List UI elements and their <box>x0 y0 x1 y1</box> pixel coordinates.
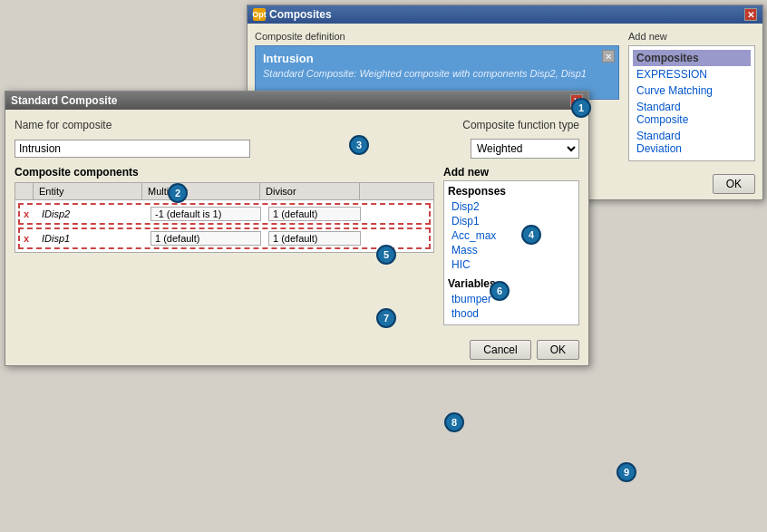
composites-titlebar: Opt Composites ✕ <box>248 5 762 24</box>
annotation-1: 1 <box>571 98 591 118</box>
composite-name-input[interactable] <box>15 140 250 158</box>
add-new-list: Composites EXPRESSION Curve Matching Sta… <box>628 45 755 161</box>
annotation-2: 2 <box>168 183 188 203</box>
response-disp1[interactable]: Disp1 <box>448 214 575 228</box>
col-header-divisor: Divisor <box>260 183 360 199</box>
cancel-button[interactable]: Cancel <box>470 340 530 360</box>
standard-footer: Cancel OK <box>5 334 588 365</box>
add-new-standard-deviation[interactable]: StandardDeviation <box>633 128 751 157</box>
responses-label: Responses <box>448 185 575 198</box>
composites-close-button[interactable]: ✕ <box>744 8 757 21</box>
response-mass[interactable]: Mass <box>448 243 575 257</box>
annotation-8: 8 <box>444 412 464 432</box>
table-row: x IDisp2 <box>18 203 431 225</box>
name-row: Name for composite Composite function ty… <box>15 119 579 131</box>
entity-cell-2: IDisp1 <box>38 229 147 247</box>
ok-button[interactable]: OK <box>537 340 579 360</box>
add-new-expression[interactable]: EXPRESSION <box>633 66 751 82</box>
col-header-entity: Entity <box>34 183 142 199</box>
composites-ok-button[interactable]: OK <box>713 174 755 194</box>
remove-row2-button[interactable]: x <box>24 233 29 244</box>
multiplier-input-1[interactable] <box>150 207 261 221</box>
add-new-composites[interactable]: Composites <box>633 50 751 66</box>
annotation-4: 4 <box>521 225 541 245</box>
function-label: Composite function type <box>462 119 579 131</box>
composites-title: Composites <box>269 8 332 21</box>
annotation-9: 9 <box>617 462 636 482</box>
multiplier-input-2[interactable] <box>150 231 261 246</box>
composite-item-desc: Standard Composite: Weighted composite w… <box>263 68 611 79</box>
table-row: x IDisp1 <box>18 227 431 249</box>
response-disp2[interactable]: Disp2 <box>448 199 575 214</box>
components-section: Composite components Entity Multiplier D… <box>15 166 579 325</box>
variable-thood[interactable]: thood <box>448 306 575 321</box>
add-new-responses-section: Add new Responses Disp2 Disp1 Acc_max Ma… <box>443 166 579 325</box>
input-row: Weighted Sum Product <box>15 139 579 159</box>
app-icon: Opt <box>253 8 266 21</box>
table-header-row: Entity Multiplier Divisor <box>15 183 433 200</box>
remove-row1-button[interactable]: x <box>24 208 29 219</box>
add-new-section: Add new Composites EXPRESSION Curve Matc… <box>628 31 755 161</box>
composite-item-close-button[interactable]: ✕ <box>602 50 615 63</box>
annotation-7: 7 <box>376 308 396 328</box>
response-hic[interactable]: HIC <box>448 257 575 272</box>
divisor-input-2[interactable] <box>268 231 361 246</box>
annotation-3: 3 <box>349 135 369 155</box>
add-new-label: Add new <box>628 31 755 42</box>
function-type-select[interactable]: Weighted Sum Product <box>471 139 579 159</box>
annotation-6: 6 <box>490 281 510 301</box>
annotation-5: 5 <box>376 245 396 265</box>
add-new-curve-matching[interactable]: Curve Matching <box>633 82 751 99</box>
standard-window: Standard Composite ✕ Name for composite … <box>5 91 589 366</box>
components-table-area: Composite components Entity Multiplier D… <box>15 166 434 325</box>
composite-def-label: Composite definition <box>255 31 619 42</box>
entity-cell-1: IDisp2 <box>38 205 147 223</box>
standard-titlebar: Standard Composite ✕ <box>5 92 588 110</box>
name-label: Name for composite <box>15 119 112 131</box>
components-table: Entity Multiplier Divisor x IDisp2 <box>15 182 434 253</box>
col-header-x <box>15 183 34 199</box>
col-header-multiplier: Multiplier <box>142 183 260 199</box>
variable-tbumper[interactable]: tbumper <box>448 292 575 306</box>
variables-label: Variables <box>448 277 575 290</box>
response-acc-max[interactable]: Acc_max <box>448 228 575 243</box>
composite-item-title: Intrusion <box>263 52 611 65</box>
add-new-header: Add new <box>443 166 579 179</box>
divisor-input-1[interactable] <box>268 207 361 221</box>
responses-list: Responses Disp2 Disp1 Acc_max Mass HIC V… <box>443 180 579 325</box>
add-new-standard-composite[interactable]: StandardComposite <box>633 99 751 128</box>
standard-title: Standard Composite <box>11 94 117 107</box>
components-label: Composite components <box>15 166 434 179</box>
